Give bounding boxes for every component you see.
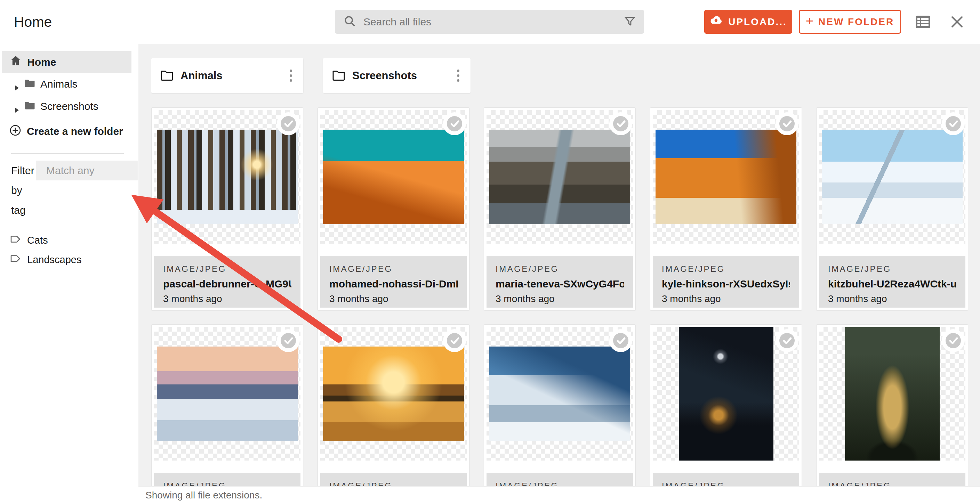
select-check-icon[interactable] — [443, 112, 466, 135]
file-thumbnail-area — [819, 327, 966, 461]
page-title: Home — [14, 0, 52, 44]
file-age: 3 months ago — [329, 293, 458, 304]
file-photo-night-moon — [679, 327, 773, 461]
file-age: 3 months ago — [828, 293, 956, 304]
new-folder-button[interactable]: + NEW FOLDER — [799, 10, 901, 34]
file-card[interactable]: IMAGE/JPEG — [151, 324, 303, 504]
file-card[interactable]: IMAGE/JPEG — [816, 324, 968, 504]
file-photo-fjord — [489, 130, 630, 224]
file-card[interactable]: IMAGE/JPEG kitzbuhel-U2Reza4WCtk-unsplas… — [816, 107, 968, 310]
close-button[interactable] — [949, 14, 966, 30]
file-name: mohamed-nohassi-Di-DmLD6cW8... — [329, 278, 458, 290]
select-check-icon[interactable] — [609, 112, 632, 135]
plus-icon: + — [806, 14, 813, 29]
select-check-icon[interactable] — [443, 329, 466, 352]
file-meta: IMAGE/JPEG kyle-hinkson-rXSUedxSyIs-unsp… — [653, 256, 799, 308]
file-photo-snow-peak — [489, 347, 630, 441]
header: Home UPLOAD... — [0, 0, 980, 44]
home-icon — [10, 55, 22, 69]
create-new-folder-label: Create a new folder — [27, 126, 123, 137]
select-check-icon[interactable] — [609, 329, 632, 352]
file-photo-teal-desert — [323, 130, 464, 224]
files-grid: IMAGE/JPEG pascal-debrunner-O-MG9UpNKgI.… — [151, 107, 968, 504]
select-check-icon[interactable] — [942, 329, 965, 352]
file-photo-snow-forest — [157, 130, 298, 224]
upload-button-label: UPLOAD... — [728, 16, 787, 27]
file-name: kitzbuhel-U2Reza4WCtk-unsplas... — [828, 278, 956, 290]
tag-label: Landscapes — [27, 254, 81, 266]
file-type: IMAGE/JPEG — [496, 264, 624, 274]
file-type: IMAGE/JPEG — [329, 264, 458, 274]
file-card[interactable]: IMAGE/JPEG — [484, 324, 636, 504]
file-thumbnail-area — [653, 110, 799, 244]
search-bar[interactable] — [335, 10, 644, 34]
folder-card-name: Screenshots — [352, 70, 448, 82]
file-thumbnail-area — [320, 327, 467, 461]
cloud-upload-icon — [710, 15, 723, 28]
sidebar: Home Animals Screenshots — [0, 44, 138, 504]
status-bar: Showing all file extensions. — [138, 486, 980, 504]
filter-by-tag-block: Filter by tag Match any — [11, 161, 138, 220]
file-card[interactable]: IMAGE/JPEG — [650, 324, 802, 504]
sidebar-folder-item[interactable]: Animals — [0, 73, 138, 95]
file-card[interactable]: IMAGE/JPEG — [318, 324, 469, 504]
caret-right-icon[interactable] — [15, 81, 19, 87]
select-check-icon[interactable] — [775, 329, 799, 352]
file-card[interactable]: IMAGE/JPEG pascal-debrunner-O-MG9UpNKgI.… — [151, 107, 303, 310]
file-card[interactable]: IMAGE/JPEG maria-teneva-SXwCyG4FoPk-uns.… — [484, 107, 636, 310]
tag-item[interactable]: Landscapes — [0, 250, 138, 269]
select-check-icon[interactable] — [277, 112, 300, 135]
file-photo-deadvlei — [655, 130, 796, 224]
list-view-toggle-button[interactable] — [915, 14, 931, 30]
tag-icon — [10, 254, 21, 266]
match-any-select[interactable]: Match any — [36, 161, 138, 180]
filter-funnel-icon[interactable] — [625, 16, 635, 27]
folder-outline-icon — [332, 69, 345, 83]
file-type: IMAGE/JPEG — [828, 264, 956, 274]
select-check-icon[interactable] — [775, 112, 799, 135]
list-view-icon — [915, 15, 931, 29]
file-name: kyle-hinkson-rXSUedxSyIs-unspl... — [662, 278, 790, 290]
file-thumbnail-area — [487, 110, 633, 244]
sidebar-folder-item[interactable]: Screenshots — [0, 95, 138, 118]
folder-icon — [24, 100, 35, 112]
file-age: 3 months ago — [163, 293, 291, 304]
file-card[interactable]: IMAGE/JPEG kyle-hinkson-rXSUedxSyIs-unsp… — [650, 107, 802, 310]
file-age: 3 months ago — [496, 293, 624, 304]
tag-list: Cats Landscapes — [0, 231, 138, 269]
folder-outline-icon — [160, 69, 173, 83]
file-age: 3 months ago — [662, 293, 790, 304]
tag-item[interactable]: Cats — [0, 231, 138, 250]
file-name: pascal-debrunner-O-MG9UpNKgI... — [163, 278, 291, 290]
tag-icon — [10, 235, 21, 246]
file-meta: IMAGE/JPEG kitzbuhel-U2Reza4WCtk-unsplas… — [819, 256, 966, 308]
search-icon — [344, 15, 356, 29]
file-type: IMAGE/JPEG — [163, 264, 291, 274]
folder-card-name: Animals — [180, 70, 281, 82]
search-input[interactable] — [363, 16, 625, 28]
folder-menu-kebab-icon[interactable] — [455, 67, 461, 84]
file-meta: IMAGE/JPEG pascal-debrunner-O-MG9UpNKgI.… — [154, 256, 301, 308]
file-photo-alps — [822, 130, 963, 224]
caret-right-icon[interactable] — [15, 103, 19, 109]
upload-button[interactable]: UPLOAD... — [704, 10, 792, 34]
folder-icon — [24, 78, 35, 90]
create-new-folder-button[interactable]: Create a new folder — [0, 120, 138, 143]
filter-by-tag-label: Filter by tag — [11, 161, 36, 220]
select-check-icon[interactable] — [942, 112, 965, 135]
new-folder-button-label: NEW FOLDER — [818, 16, 894, 27]
select-check-icon[interactable] — [277, 329, 300, 352]
file-type: IMAGE/JPEG — [662, 264, 790, 274]
folder-menu-kebab-icon[interactable] — [288, 67, 294, 84]
file-meta: IMAGE/JPEG mohamed-nohassi-Di-DmLD6cW8..… — [320, 256, 467, 308]
plus-circle-icon — [10, 124, 21, 139]
sidebar-folder-label: Screenshots — [40, 100, 99, 112]
media-library-window: Home UPLOAD... — [0, 0, 980, 504]
folder-card[interactable]: Animals — [151, 58, 303, 93]
sidebar-item-home[interactable]: Home — [2, 51, 132, 73]
file-card[interactable]: IMAGE/JPEG mohamed-nohassi-Di-DmLD6cW8..… — [318, 107, 469, 310]
file-photo-dusk-alps — [157, 347, 298, 441]
folder-card[interactable]: Screenshots — [323, 58, 471, 93]
file-thumbnail-area — [653, 327, 799, 461]
file-thumbnail-area — [154, 110, 301, 244]
